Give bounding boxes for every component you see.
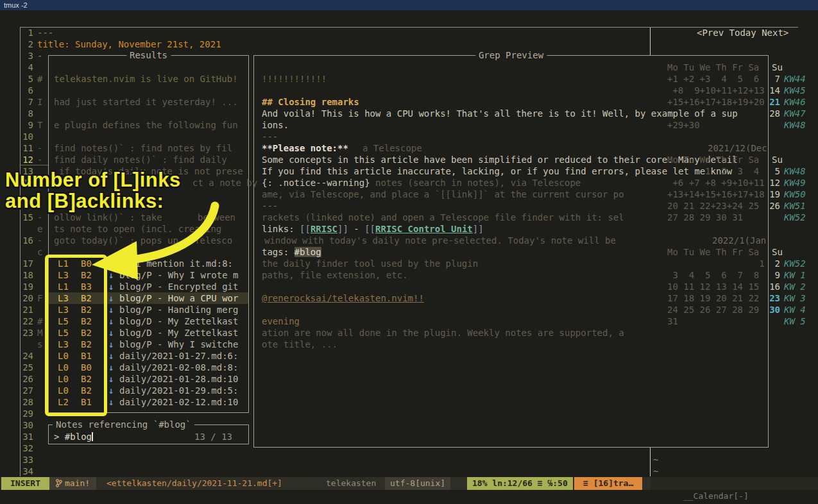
line-number: 33 [19,454,33,466]
calendar-week-number: KW44 [784,73,806,85]
bg-text-fragment: e plugin defines the following fun [54,119,238,131]
result-row[interactable]: L5B2↓blog/D - My Zettelkast [49,315,248,327]
telescope-prompt-input[interactable]: > #blog [54,431,92,442]
bg-text-fragment: find daily notes()` : find daily [54,154,227,165]
calendar-week-days[interactable]: 1 2 3 4 [667,165,759,177]
download-icon: ↓ [108,373,114,385]
bg-text-fragment: - [37,177,42,189]
calendar-sunday-day[interactable]: 7 [769,73,780,85]
result-text: blog/P - Handling merg [119,304,238,315]
line-number: 15 [19,212,33,223]
line-number: 3 [19,50,33,62]
filename-segment: <ettelkasten/daily/2021-11-21.md[+] [107,477,282,490]
bg-text-fragment: - [37,154,42,165]
result-row[interactable]: L2B1↓daily/2021-02-12.md:10 [49,396,248,408]
backlinks-count: B2 [81,385,92,396]
calendar-nav[interactable]: <Prev Today Next> [697,27,788,38]
calendar-week-days[interactable]: 24 25 26 27 28 29 [667,304,759,315]
calendar-weekday-header: Mo Tu We Th Fr Sa [667,62,759,73]
calendar-sunday-day[interactable]: 30 [769,304,780,315]
line-number: 31 [19,431,33,442]
calendar-week-days[interactable]: +13+14+15+16+17+18 [667,189,765,200]
preview-line: tags: #blog [262,246,321,258]
calendar-week-days[interactable]: 10 11 12 13 14 15 [667,281,759,292]
calendar-sunday-day[interactable]: 12 [769,177,780,189]
calendar-sunday-day[interactable]: 9 [769,269,780,281]
calendar-week-days[interactable]: +15+16+17+18+19+20 [667,96,765,108]
calendar-week-number: KW 5 [784,315,806,327]
preview-segment: ]] [337,224,348,234]
result-row[interactable]: L0B1↓daily/2021-01-27.md:6: [49,350,248,362]
result-row[interactable]: L3B2↓blog/P - Handling merg [49,304,248,315]
calendar-sunday-header: Su [772,246,783,258]
empty-line-tilde: ~ [653,466,658,477]
calendar-week-days[interactable]: +29+30 [667,119,700,131]
backlinks-count: B2 [81,339,92,350]
calendar-week-number: KW 4 [784,304,806,315]
calendar-week-days[interactable]: 31 [667,315,678,327]
preview-window-title: Grep Preview [475,50,547,61]
calendar-statusline: __Calendar[-] [651,477,818,490]
bg-text-fragment: title: Sunday, November 21st, 2021 [37,38,221,50]
result-row[interactable]: L0B2↓daily/2021-01-29.md:5: [49,385,248,396]
bg-text-fragment: find notes()` : find notes by fil [54,142,232,154]
calendar-sunday-header: Su [772,62,783,73]
result-row[interactable]: L1B3↓blog/P - Encrypted git [49,281,248,292]
result-text: daily/2021-01-28.md:10 [119,373,238,385]
calendar-sunday-day[interactable]: 14 [769,85,780,96]
calendar-week-days[interactable]: +6 +7 +8 +9+10+11 [667,177,765,189]
calendar-sunday-day[interactable]: 28 [769,108,780,119]
line-number: 6 [19,85,33,96]
line-number: 22 [19,315,33,327]
bg-text-fragment: window with today's daily note pre-selec… [264,235,616,246]
result-row[interactable]: L3B2↓blog/P - How a CPU wor [49,292,248,304]
links-count: L1 [58,281,69,292]
download-icon: ↓ [108,281,114,292]
backlinks-count: B1 [81,396,92,408]
result-counter: 13 / 13 [194,431,232,442]
calendar-sunday-day[interactable]: 16 [769,281,780,292]
line-number: 13 [19,165,33,177]
result-text: blog/P - Encrypted git [119,281,238,292]
calendar-week-number: KW48 [784,119,806,131]
line-number: 10 [19,131,33,142]
calendar-week-days[interactable]: 27 28 29 30 31 [667,212,743,223]
backlinks-count: B2 [81,327,92,339]
calendar-week-number: KW52 [784,212,806,223]
calendar-week-days[interactable]: +1 +2 +3 4 5 6 [667,73,759,85]
calendar-week-days[interactable]: 3 4 5 6 7 8 [667,269,759,281]
line-number: 16 [19,235,33,246]
bg-text-fragment: - [37,50,42,62]
calendar-sunday-day[interactable]: 5 [769,165,780,177]
result-row[interactable]: L0B2↓daily/2021-01-28.md:10 [49,373,248,385]
line-number: 25 [19,362,33,373]
calendar-week-days[interactable]: 20 21 22+23+24 25 [667,200,759,212]
result-row[interactable]: L3B2↓blog/P - Why I wrote m [49,269,248,281]
result-row[interactable]: L1B0↓...i mention it.md:8: [49,258,248,269]
result-row[interactable]: L0B0↓daily/2021-02-08.md:8: [49,362,248,373]
calendar-month-label: 2021/12(Dec [708,142,767,154]
calendar-sunday-day[interactable]: 26 [769,200,780,212]
calendar-today[interactable]: 21 [769,96,780,108]
calendar-sunday-day[interactable]: 23 [769,292,780,304]
line-number: 27 [19,385,33,396]
calendar-week-days[interactable]: +8 9+10+11+12+13 [667,85,765,96]
preview-segment: [[ [364,224,375,234]
calendar-sunday-day[interactable]: 19 [769,189,780,200]
preview-segment: #blog [294,247,321,257]
result-row[interactable]: L5B2↓blog/D - My Zettelkast [49,327,248,339]
calendar-sunday-day[interactable]: 2 [769,258,780,269]
line-number: 30 [19,419,33,431]
line-number: 32 [19,442,33,454]
calendar-week-number: KW45 [784,85,806,96]
calendar-week-number: KW51 [784,200,806,212]
bg-text-fragment: # [37,315,42,327]
calendar-week-days[interactable]: 1 [667,258,765,269]
download-icon: ↓ [108,362,114,373]
terminal-area: Results Grep Preview Notes referencing `… [0,10,818,504]
backlinks-count: B1 [81,350,92,362]
calendar-week-number: KW 1 [784,269,806,281]
line-number: 29 [19,408,33,419]
result-row[interactable]: L3B2↓blog/P - Why I switche [49,339,248,350]
calendar-week-days[interactable]: 17 18 19 20 21 22 [667,292,759,304]
